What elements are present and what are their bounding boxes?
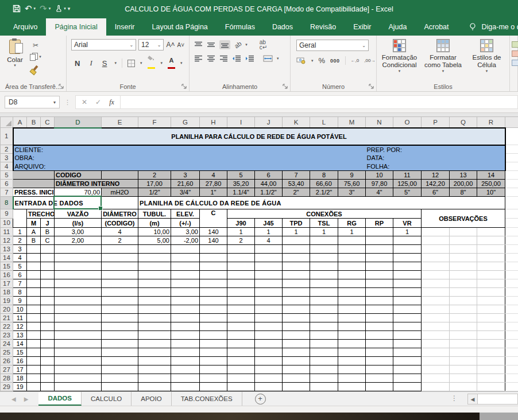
cell[interactable] [422,348,450,357]
cell[interactable] [505,188,518,197]
cell[interactable] [102,374,138,383]
cell[interactable] [27,271,41,279]
cell[interactable]: FOLHA: [366,162,505,171]
cell[interactable]: 7 [283,171,310,180]
cell[interactable] [283,254,310,262]
cell[interactable] [171,279,200,288]
cell[interactable] [338,254,366,262]
cell[interactable] [422,228,450,236]
row-header-26[interactable]: 26 [1,357,13,365]
cell[interactable]: M [27,219,41,228]
cell[interactable] [41,271,55,279]
cell[interactable] [283,340,310,348]
scroll-left-icon[interactable]: ◀ [467,394,478,405]
cell[interactable] [55,262,102,271]
cell[interactable]: 13 [13,331,27,340]
cell[interactable] [450,288,477,297]
cell[interactable] [477,331,505,340]
underline-button[interactable]: S [100,59,110,68]
cell[interactable] [138,383,171,391]
cell[interactable] [393,254,422,262]
ribbon-tab-revis-o[interactable]: Revisão [301,18,345,36]
cell[interactable] [310,262,338,271]
cell[interactable] [310,357,338,365]
tell-me-box[interactable]: Diga-me o que você dese [458,18,518,36]
column-header-G[interactable]: G [171,117,200,128]
cell[interactable] [366,305,393,314]
cell[interactable] [138,305,171,314]
cell[interactable] [505,236,518,245]
cell[interactable] [310,271,338,279]
conditional-formatting-button[interactable]: Formatação Condicional ▾ [378,38,422,81]
cell[interactable] [505,228,518,236]
cell[interactable] [310,279,338,288]
cell[interactable] [505,288,518,297]
cell[interactable]: TUBUL. [138,209,171,219]
cell[interactable] [55,365,102,374]
cell[interactable] [138,297,171,305]
cell[interactable] [310,365,338,374]
percent-style-icon[interactable]: % [319,56,326,65]
number-format-select[interactable]: Geral⌄ [296,40,369,51]
column-header-O[interactable]: O [393,117,422,128]
cell[interactable] [393,322,422,331]
cell[interactable]: ARQUIVO: [13,162,366,171]
cell[interactable] [393,374,422,383]
cell[interactable] [477,297,505,305]
cell[interactable] [27,365,41,374]
cell[interactable] [450,228,477,236]
cell[interactable] [366,357,393,365]
add-sheet-button[interactable]: + [255,392,266,406]
cell[interactable]: CLIENTE: [13,145,366,154]
cell[interactable] [505,348,518,357]
cell[interactable]: RG [338,219,366,228]
cell[interactable]: 17 [13,365,27,374]
borders-icon[interactable] [127,60,135,67]
cell[interactable]: 1/2" [138,188,171,197]
cell[interactable]: 1 [227,228,255,236]
cell[interactable]: C [41,236,55,245]
paste-button[interactable]: Colar ▾ [0,38,30,81]
cell[interactable] [450,322,477,331]
cell[interactable] [505,128,518,145]
align-right-icon[interactable] [219,55,228,62]
cell[interactable] [200,348,227,357]
cell[interactable] [477,314,505,322]
cell[interactable] [171,357,200,365]
cell-styles-button[interactable]: Estilos de Célula ▾ [465,38,509,81]
cell[interactable] [41,254,55,262]
cell[interactable] [366,340,393,348]
cell[interactable] [450,340,477,348]
decrease-decimal-icon[interactable]: ,00→ [364,59,375,63]
cell[interactable]: A [27,228,41,236]
cell[interactable]: 6" [422,188,450,197]
align-top-icon[interactable] [194,41,203,48]
cell[interactable] [55,331,102,340]
cell[interactable]: 1 [13,228,27,236]
cell[interactable] [227,348,255,357]
cell[interactable] [27,374,41,383]
row-header-14[interactable]: 14 [1,254,13,262]
cell[interactable] [393,305,422,314]
cell[interactable] [171,365,200,374]
cell[interactable] [255,288,283,297]
cell[interactable] [171,305,200,314]
cell[interactable] [450,331,477,340]
align-bottom-icon[interactable] [219,40,230,49]
cell[interactable]: 9 [13,297,27,305]
cell[interactable] [138,348,171,357]
cell[interactable] [102,357,138,365]
cell[interactable] [13,171,55,180]
cell[interactable] [393,236,422,245]
cell[interactable] [171,314,200,322]
cell[interactable] [366,271,393,279]
cell[interactable] [338,271,366,279]
cell[interactable] [41,305,55,314]
cell[interactable]: 250,00 [477,180,505,188]
cell[interactable] [27,305,41,314]
cell[interactable] [171,374,200,383]
cell[interactable]: 1 [283,228,310,236]
cell[interactable]: B [41,228,55,236]
cell[interactable]: 3/4" [171,188,200,197]
cell[interactable] [55,383,102,391]
